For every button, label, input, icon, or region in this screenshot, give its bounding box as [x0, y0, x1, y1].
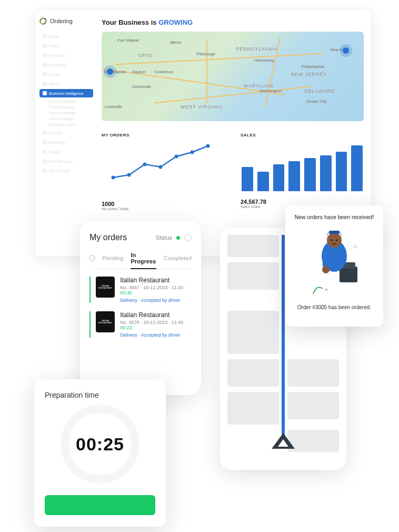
status-label: Status — [156, 234, 172, 241]
svg-point-7 — [325, 288, 328, 291]
clock-icon — [89, 255, 95, 261]
sidebar-item-business-intelligence[interactable]: Business Intelligence — [39, 89, 93, 97]
sidebar-label: My Stores — [49, 54, 66, 57]
svg-point-3 — [159, 165, 163, 169]
notification-card[interactable]: New orders have been received! Order #30… — [285, 205, 383, 327]
order-item[interactable]: ITALIAN RESTAURANT Italian Restaurant No… — [89, 311, 192, 338]
map-city: Columbus — [154, 70, 173, 74]
map-state: WEST VIRGINIA — [181, 104, 223, 110]
sidebar-label: Drivers — [49, 73, 61, 76]
sales-bar-chart — [241, 141, 364, 193]
sidebar-subitem[interactable]: Drivers analytics — [39, 104, 93, 110]
nav-icon — [43, 82, 47, 86]
map-city: Ocean City — [306, 99, 327, 104]
headline: Your Business is GROWING — [102, 18, 364, 26]
brand-logo-icon — [39, 17, 47, 25]
sidebar-item[interactable]: Users — [39, 80, 93, 88]
order-item[interactable]: ITALIAN RESTAURANT Italian Restaurant No… — [89, 277, 192, 303]
brand: Ordering — [39, 17, 93, 25]
refresh-icon[interactable] — [184, 234, 192, 241]
sidebar-item[interactable]: My Stores — [39, 51, 93, 60]
sidebar-item[interactable]: Orders — [39, 42, 93, 50]
sales-chart-block: SALES 24,567.78 Sales Totals — [241, 133, 364, 211]
sidebar-label: Cart Recovery — [49, 160, 73, 163]
sidebar-subitem[interactable]: Enterprise reports — [39, 122, 93, 127]
svg-point-0 — [112, 176, 115, 180]
orders-chart-block: MY ORDERS 1000 My orders Totals — [102, 133, 225, 211]
route-line — [282, 235, 285, 438]
svg-point-5 — [191, 151, 194, 154]
nav-icon — [43, 150, 47, 154]
prep-title: Preparation time — [45, 391, 155, 399]
map-city: Akron — [170, 40, 181, 45]
sidebar-subitem[interactable]: Business analytics — [39, 98, 93, 104]
map-city: Fort Wayne — [117, 38, 139, 43]
map-pin-icon[interactable] — [343, 47, 349, 54]
charts-row: MY ORDERS 1000 My orders Totals SALES — [102, 133, 364, 211]
nav-icon — [43, 169, 47, 173]
notif-title: New orders have been received! — [294, 214, 374, 220]
nav-icon — [43, 140, 47, 144]
map-state: OHIO — [138, 53, 153, 58]
navigation-arrow-icon — [272, 433, 295, 449]
sidebar-item[interactable]: Loyalty — [39, 147, 93, 156]
prep-time-value: 00:25 — [76, 434, 124, 455]
tab-pending[interactable]: Pending — [102, 255, 123, 261]
my-orders-card: My orders Status Pending In Progress Com… — [80, 221, 201, 395]
nav-icon — [43, 72, 47, 76]
sidebar-item[interactable]: Messages — [39, 61, 93, 69]
sidebar-label: Messages — [49, 63, 66, 67]
sidebar-label: Marketing — [49, 141, 65, 144]
nav-icon — [43, 34, 47, 38]
svg-point-8 — [353, 244, 357, 249]
order-info: Italian Restaurant No. 4578 · 18-11-2023… — [120, 311, 192, 338]
orders-title: My orders — [89, 233, 127, 242]
orders-line-chart — [102, 141, 225, 193]
svg-point-15 — [336, 239, 337, 241]
map-pin-icon[interactable] — [107, 68, 113, 75]
chart-icon — [43, 91, 47, 95]
orders-total-label: My orders Totals — [102, 207, 225, 211]
sidebar-label: Delivery — [49, 131, 62, 135]
order-thumbnail: ITALIAN RESTAURANT — [96, 311, 115, 332]
sidebar-label: Home — [49, 35, 59, 38]
map-city: Philadelphia — [301, 64, 324, 69]
sidebar-item[interactable]: Home — [39, 32, 93, 41]
order-eta: 00:23 — [120, 325, 132, 330]
prep-confirm-button[interactable] — [45, 495, 155, 515]
sidebar-item[interactable]: Marketing — [39, 138, 93, 146]
sidebar-item[interactable]: My Products — [39, 166, 93, 175]
chart-title: SALES — [241, 133, 364, 137]
tab-in-progress[interactable]: In Progress — [131, 252, 156, 269]
order-delivery-status: Delivery · Accepted by driver — [120, 332, 192, 338]
order-thumbnail: ITALIAN RESTAURANT — [96, 277, 115, 298]
svg-rect-9 — [340, 267, 357, 282]
nav-icon — [43, 131, 47, 135]
notif-subtitle: Order #3005 has been ordered. — [297, 304, 371, 310]
sidebar-label: Users — [49, 82, 58, 86]
order-name: Italian Restaurant — [120, 277, 192, 284]
orders-header: My orders Status — [89, 233, 192, 242]
headline-prefix: Your Business is — [102, 18, 158, 26]
map-city: Washington — [260, 88, 282, 93]
status: Status — [156, 234, 192, 241]
orders-total-value: 1000 — [102, 201, 225, 207]
map-city: Louisville — [105, 104, 122, 109]
sidebar-label: Orders — [49, 44, 60, 48]
sidebar-item[interactable]: Drivers — [39, 70, 93, 78]
nav-icon — [43, 63, 47, 67]
order-info: Italian Restaurant No. 4567 · 18-11-2023… — [120, 277, 192, 303]
sidebar-subitem[interactable]: Reviews manager — [39, 110, 93, 116]
sidebar-item[interactable]: Cart Recovery — [39, 157, 93, 165]
map-state: DELAWARE — [304, 88, 335, 94]
sidebar-subitem[interactable]: Invoice manager — [39, 116, 93, 122]
order-meta: No. 4567 · 18-11-2023 · 11:45 · 00:45 — [120, 285, 192, 295]
svg-point-1 — [127, 173, 131, 177]
sidebar-item[interactable]: Delivery — [39, 129, 93, 137]
map[interactable]: Fort Wayne Akron OHIO Pittsburgh PENNSYL… — [102, 32, 364, 121]
order-meta: No. 4578 · 18-11-2023 · 11:45 · 00:23 — [120, 320, 192, 330]
nav-icon — [43, 159, 47, 163]
nav-icon — [43, 44, 47, 48]
tab-completed[interactable]: Completed — [164, 255, 192, 261]
chart-total: 1000 My orders Totals — [102, 201, 225, 211]
